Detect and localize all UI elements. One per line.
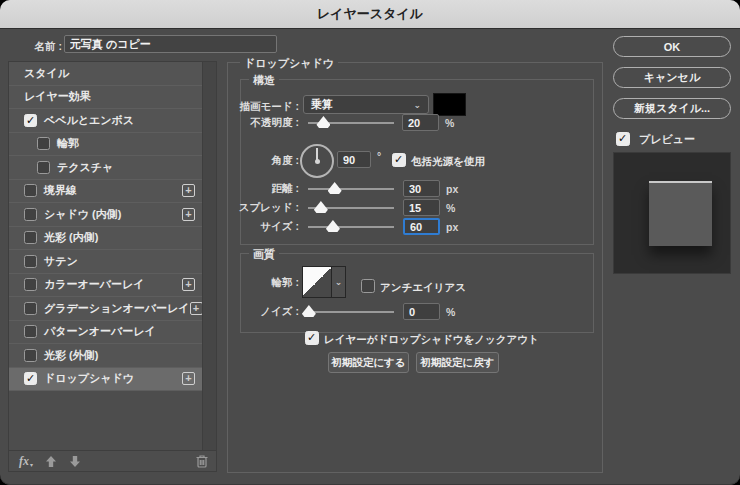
spread-unit: % <box>446 202 455 214</box>
style-preview-panel <box>613 152 731 274</box>
spread-input[interactable] <box>403 199 440 216</box>
fx-menu-caret-icon: ▾ <box>30 461 33 468</box>
sidebar-item-11[interactable]: パターンオーバーレイ <box>9 321 203 345</box>
sidebar-item-2[interactable]: ベベルとエンボス <box>9 109 203 133</box>
new-style-button[interactable]: 新規スタイル... <box>613 98 731 119</box>
fx-menu-icon[interactable]: fx <box>19 454 29 469</box>
structure-group-title: 構造 <box>249 73 279 88</box>
size-input[interactable] <box>403 218 440 235</box>
size-slider[interactable] <box>308 226 394 228</box>
sidebar-item-label: 光彩 (内側) <box>44 230 98 245</box>
chevron-down-icon: ⌄ <box>413 100 421 110</box>
sidebar-item-0[interactable]: スタイル <box>9 62 203 86</box>
ok-button[interactable]: OK <box>613 36 731 57</box>
effect-checkbox[interactable] <box>24 302 37 315</box>
effect-checkbox[interactable] <box>37 137 50 150</box>
add-effect-icon[interactable]: + <box>182 208 195 221</box>
delete-effect-icon[interactable] <box>196 454 208 468</box>
sidebar-item-3[interactable]: 輪郭 <box>9 133 203 157</box>
add-effect-icon[interactable]: + <box>182 184 195 197</box>
add-effect-icon[interactable]: + <box>182 278 195 291</box>
global-light-label: 包括光源を使用 <box>411 155 485 169</box>
noise-input[interactable] <box>403 303 440 320</box>
noise-unit: % <box>446 306 455 318</box>
effect-checkbox[interactable] <box>37 161 50 174</box>
add-effect-icon[interactable]: + <box>182 372 195 385</box>
blend-mode-select[interactable]: 乗算 ⌄ <box>303 95 429 114</box>
effect-checkbox[interactable] <box>24 372 37 385</box>
sidebar-item-10[interactable]: グラデーションオーバーレイ+ <box>9 297 203 321</box>
angle-unit: ° <box>377 150 381 162</box>
sidebar-item-label: ベベルとエンボス <box>44 113 134 128</box>
knockout-label: レイヤーがドロップシャドウをノックアウト <box>324 333 539 347</box>
name-input[interactable] <box>64 35 277 53</box>
effect-checkbox[interactable] <box>24 184 37 197</box>
move-down-icon[interactable] <box>69 455 81 468</box>
spread-label: スプレッド : <box>227 201 299 215</box>
opacity-input[interactable] <box>402 114 439 131</box>
sidebar-scrollbar[interactable] <box>202 62 216 451</box>
angle-dial[interactable] <box>300 144 334 178</box>
contour-picker[interactable] <box>302 266 332 298</box>
sidebar-item-8[interactable]: サテン <box>9 250 203 274</box>
sidebar-item-12[interactable]: 光彩 (外側) <box>9 344 203 368</box>
effect-checkbox[interactable] <box>24 114 37 127</box>
contour-label: 輪郭 : <box>227 276 299 290</box>
shadow-color-swatch[interactable] <box>433 93 466 116</box>
blend-mode-label: 描画モード : <box>227 100 299 114</box>
distance-input[interactable] <box>403 180 440 197</box>
chevron-down-icon: ⌄ <box>335 277 343 287</box>
preview-checkbox[interactable] <box>616 132 630 146</box>
sidebar-item-label: グラデーションオーバーレイ <box>44 301 190 316</box>
sidebar-item-9[interactable]: カラーオーバーレイ+ <box>9 274 203 298</box>
spread-slider[interactable] <box>308 207 394 209</box>
move-up-icon[interactable] <box>45 455 57 468</box>
angle-input[interactable] <box>337 151 371 168</box>
distance-unit: px <box>446 183 458 195</box>
angle-label: 角度 : <box>227 154 299 168</box>
effect-checkbox[interactable] <box>24 278 37 291</box>
sidebar-item-label: 境界線 <box>44 183 77 198</box>
sidebar-item-13[interactable]: ドロップシャドウ+ <box>9 368 203 392</box>
sidebar-item-4[interactable]: テクスチャ <box>9 156 203 180</box>
sidebar-item-7[interactable]: 光彩 (内側) <box>9 227 203 251</box>
effect-checkbox[interactable] <box>24 349 37 362</box>
size-label: サイズ : <box>227 220 299 234</box>
sidebar-item-label: スタイル <box>24 66 69 81</box>
style-preview-swatch <box>649 181 712 246</box>
sidebar-item-label: 光彩 (外側) <box>44 348 98 363</box>
sidebar-item-5[interactable]: 境界線+ <box>9 180 203 204</box>
opacity-label: 不透明度 : <box>227 116 299 130</box>
sidebar-item-1[interactable]: レイヤー効果 <box>9 86 203 110</box>
distance-slider[interactable] <box>308 188 394 190</box>
knockout-checkbox[interactable] <box>305 331 319 345</box>
reset-default-button[interactable]: 初期設定に戻す <box>416 352 499 373</box>
anti-alias-checkbox[interactable] <box>361 279 375 293</box>
effect-checkbox[interactable] <box>24 208 37 221</box>
cancel-button[interactable]: キャンセル <box>613 67 731 88</box>
effect-checkbox[interactable] <box>24 231 37 244</box>
effect-checkbox[interactable] <box>24 325 37 338</box>
contour-dropdown[interactable]: ⌄ <box>332 266 346 298</box>
sidebar-item-label: 輪郭 <box>57 136 79 151</box>
opacity-slider[interactable] <box>308 122 394 124</box>
title-bar[interactable]: レイヤースタイル <box>0 0 740 29</box>
effects-sidebar: スタイルレイヤー効果ベベルとエンボス輪郭テクスチャ境界線+シャドウ (内側)+光… <box>8 61 217 472</box>
quality-group-title: 画質 <box>249 247 279 262</box>
sidebar-item-6[interactable]: シャドウ (内側)+ <box>9 203 203 227</box>
sidebar-item-label: レイヤー効果 <box>24 89 91 104</box>
angle-dial-hub <box>315 159 320 164</box>
effect-checkbox[interactable] <box>24 255 37 268</box>
make-default-button[interactable]: 初期設定にする <box>328 352 409 373</box>
add-effect-icon[interactable]: + <box>190 302 203 315</box>
sidebar-item-label: ドロップシャドウ <box>44 371 134 386</box>
sidebar-footer-toolbar: fx▾ <box>9 450 216 471</box>
preview-label: プレビュー <box>639 132 695 147</box>
global-light-checkbox[interactable] <box>392 153 406 167</box>
sidebar-item-label: パターンオーバーレイ <box>44 324 156 339</box>
noise-slider[interactable] <box>308 311 394 313</box>
sidebar-item-label: サテン <box>44 254 78 269</box>
anti-alias-label: アンチエイリアス <box>380 281 466 295</box>
sidebar-item-label: シャドウ (内側) <box>44 207 121 222</box>
size-unit: px <box>446 221 458 233</box>
